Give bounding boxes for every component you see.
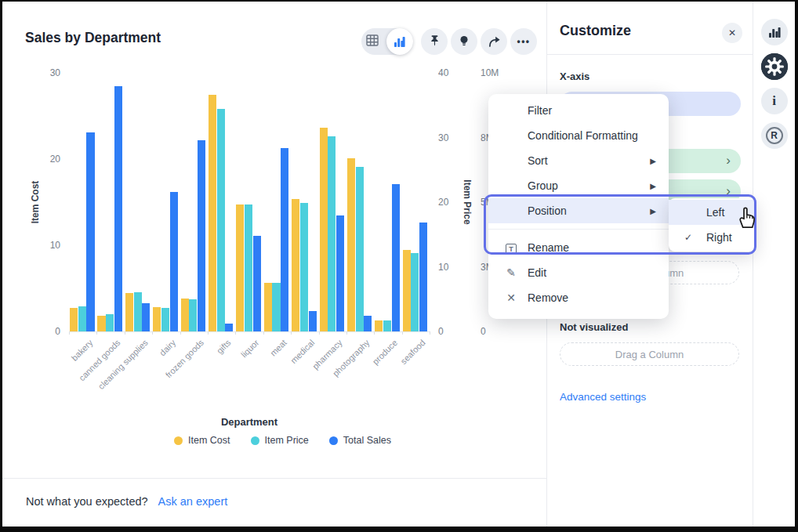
chart-toolbar: ••• — [361, 27, 537, 55]
menu-item-filter[interactable]: Filter — [488, 98, 669, 123]
bar-item-price-meat[interactable] — [272, 283, 280, 331]
insights-button[interactable] — [451, 28, 477, 55]
rail-r-button[interactable]: R — [761, 122, 788, 149]
legend-label: Item Cost — [188, 435, 230, 446]
footer-question: Not what you expected? — [26, 495, 148, 508]
bar-item-cost-seafood[interactable] — [403, 250, 411, 332]
position-submenu: Left✓Right — [669, 198, 755, 252]
x-category-label[interactable]: meat — [268, 338, 288, 358]
x-category-label[interactable]: medical — [288, 338, 316, 365]
bar-total-sales-produce[interactable] — [392, 184, 400, 331]
bar-item-price-produce[interactable] — [383, 320, 391, 331]
bar-item-cost-gifts[interactable] — [209, 95, 216, 332]
legend-item[interactable]: Item Price — [251, 435, 309, 446]
rail-info-button[interactable]: i — [761, 88, 788, 114]
bar-item-cost-dairy[interactable] — [153, 307, 161, 331]
menu-item-label: Sort — [528, 154, 548, 167]
bar-item-price-canned-goods[interactable] — [106, 314, 114, 331]
bar-total-sales-cleaning-supplies[interactable] — [142, 303, 150, 331]
bar-total-sales-canned-goods[interactable] — [114, 86, 122, 332]
bar-total-sales-dairy[interactable] — [170, 192, 178, 331]
x-axis-tick — [263, 331, 264, 335]
bar-item-price-cleaning-supplies[interactable] — [134, 292, 142, 331]
bar-item-cost-cleaning-supplies[interactable] — [125, 293, 133, 332]
share-button[interactable] — [481, 28, 507, 55]
bar-item-cost-produce[interactable] — [375, 320, 383, 331]
menu-item-edit[interactable]: ✎Edit — [488, 260, 669, 285]
bar-item-price-frozen-goods[interactable] — [189, 299, 197, 331]
menu-item-group[interactable]: Group▶ — [488, 173, 669, 198]
submenu-item-label: Left — [706, 206, 724, 219]
x-axis-tick — [291, 331, 292, 335]
bar-total-sales-seafood[interactable] — [419, 223, 427, 331]
rename-icon: T — [504, 241, 518, 255]
x-category-label[interactable]: bakery — [69, 338, 94, 363]
x-axis-tick — [319, 331, 320, 335]
table-icon[interactable] — [366, 34, 379, 49]
bar-item-cost-meat[interactable] — [264, 283, 272, 331]
bar-total-sales-photography[interactable] — [364, 316, 372, 331]
bar-chart-icon[interactable] — [386, 28, 413, 55]
legend-item[interactable]: Total Sales — [329, 435, 391, 446]
pin-button[interactable] — [421, 28, 448, 55]
x-category-label[interactable]: produce — [371, 338, 400, 367]
close-button[interactable]: ✕ — [722, 23, 742, 43]
bar-total-sales-gifts[interactable] — [225, 324, 233, 331]
ask-expert-link[interactable]: Ask an expert — [158, 495, 228, 508]
submenu-item-right[interactable]: ✓Right — [669, 225, 755, 250]
bar-item-cost-frozen-goods[interactable] — [181, 299, 189, 331]
bar-total-sales-liquor[interactable] — [253, 236, 261, 331]
bar-item-price-seafood[interactable] — [411, 253, 419, 331]
bar-item-price-pharmacy[interactable] — [328, 136, 336, 331]
legend-label: Total Sales — [343, 435, 391, 446]
chart-card: Sales by Department — [2, 2, 546, 524]
x-category-label[interactable]: dairy — [158, 338, 177, 357]
menu-item-label: Edit — [528, 266, 546, 279]
menu-item-position[interactable]: Position▶ — [488, 198, 669, 223]
x-axis-tick — [96, 331, 97, 335]
gear-icon — [761, 53, 788, 80]
more-button[interactable]: ••• — [510, 28, 537, 55]
check-icon: ✓ — [684, 232, 692, 243]
bar-item-price-gifts[interactable] — [217, 109, 225, 331]
menu-item-label: Conditional Formatting — [528, 129, 638, 142]
submenu-item-left[interactable]: Left — [669, 200, 755, 225]
view-toggle[interactable] — [361, 28, 413, 55]
bar-total-sales-meat[interactable] — [281, 148, 288, 331]
menu-item-remove[interactable]: ✕Remove — [488, 285, 669, 310]
advanced-settings-link[interactable]: Advanced settings — [560, 391, 646, 403]
rail-chart-button[interactable] — [761, 19, 788, 45]
x-category-label[interactable]: gifts — [215, 338, 233, 356]
menu-item-conditional-formatting[interactable]: Conditional Formatting — [488, 123, 669, 148]
bar-item-cost-liquor[interactable] — [236, 204, 244, 331]
bar-total-sales-pharmacy[interactable] — [336, 215, 344, 332]
bar-chart-plot — [69, 73, 430, 331]
menu-item-sort[interactable]: Sort▶ — [488, 148, 669, 173]
legend-item[interactable]: Item Cost — [174, 435, 230, 446]
bar-item-price-bakery[interactable] — [78, 306, 86, 331]
chevron-right-icon[interactable]: › — [726, 183, 731, 199]
bar-total-sales-frozen-goods[interactable] — [198, 140, 205, 331]
x-axis-tick — [180, 331, 181, 335]
axis-tick-label: 0 — [438, 325, 470, 338]
bar-item-cost-medical[interactable] — [292, 199, 299, 331]
bar-item-cost-bakery[interactable] — [70, 308, 78, 331]
chevron-right-icon[interactable]: › — [726, 153, 731, 168]
bar-item-price-dairy[interactable] — [161, 308, 169, 331]
menu-item-rename[interactable]: TRename — [488, 235, 669, 260]
rail-settings-button[interactable] — [761, 53, 788, 80]
bar-total-sales-bakery[interactable] — [86, 132, 94, 331]
x-category-label[interactable]: cleaning supplies — [96, 338, 150, 391]
drag-column-placeholder: Drag a Column — [615, 349, 684, 360]
bar-item-price-medical[interactable] — [300, 203, 308, 331]
bar-item-cost-canned-goods[interactable] — [97, 316, 105, 331]
x-category-label[interactable]: liquor — [239, 338, 261, 360]
bar-item-cost-photography[interactable] — [347, 158, 355, 331]
bar-total-sales-medical[interactable] — [309, 311, 317, 331]
context-menu: FilterConditional FormattingSort▶Group▶P… — [488, 94, 669, 319]
x-category-label[interactable]: seafood — [399, 338, 427, 366]
bar-item-cost-pharmacy[interactable] — [320, 128, 328, 331]
bar-item-price-photography[interactable] — [356, 167, 364, 331]
bar-item-price-liquor[interactable] — [245, 204, 252, 331]
drag-column-dropzone[interactable]: Drag a Column — [560, 342, 739, 366]
